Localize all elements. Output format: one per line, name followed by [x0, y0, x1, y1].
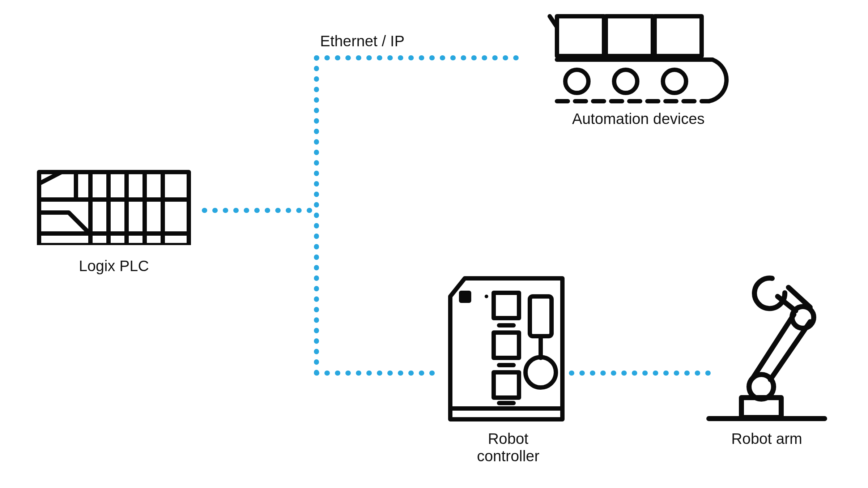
svg-point-28 — [663, 70, 686, 93]
svg-rect-38 — [494, 372, 519, 398]
robot-controller-icon — [447, 275, 570, 423]
node-automation — [542, 9, 734, 108]
svg-rect-40 — [530, 296, 552, 336]
svg-rect-36 — [494, 333, 519, 358]
conveyor-icon — [542, 9, 734, 107]
svg-point-26 — [565, 70, 588, 93]
svg-rect-34 — [494, 293, 519, 318]
svg-rect-5 — [39, 172, 189, 234]
svg-rect-24 — [655, 16, 702, 56]
node-plc — [36, 169, 192, 247]
connection-label: Ethernet / IP — [320, 33, 404, 50]
svg-rect-22 — [557, 16, 604, 56]
plc-icon — [36, 169, 192, 245]
controller-label: Robot controller — [447, 430, 570, 465]
automation-label: Automation devices — [542, 110, 734, 128]
svg-rect-32 — [461, 293, 469, 301]
svg-rect-23 — [606, 16, 653, 56]
robot-arm-icon — [702, 271, 832, 423]
node-arm — [702, 271, 832, 424]
plc-label: Logix PLC — [36, 257, 192, 275]
arm-label: Robot arm — [702, 430, 832, 448]
node-controller — [447, 275, 570, 424]
svg-point-27 — [614, 70, 637, 93]
svg-point-42 — [526, 357, 556, 388]
svg-line-48 — [788, 287, 810, 307]
svg-point-33 — [485, 295, 488, 298]
